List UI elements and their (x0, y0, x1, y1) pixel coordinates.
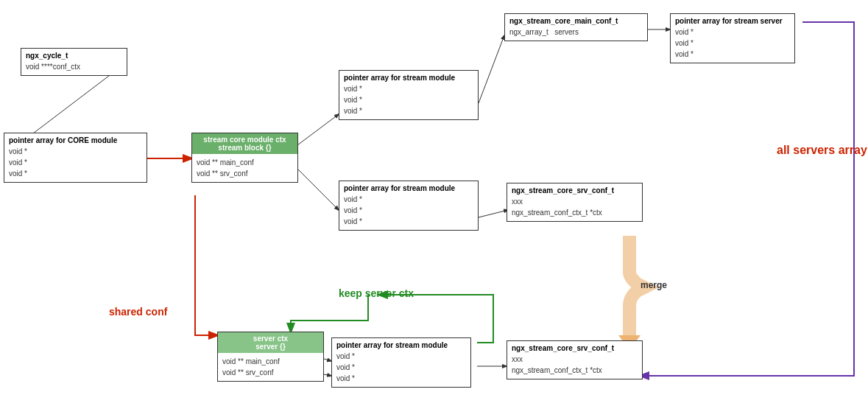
main-conf-servers: ngx_array_t servers (509, 27, 643, 38)
main-conf-t-box: ngx_stream_core_main_conf_t ngx_array_t … (504, 13, 648, 41)
svg-line-4 (479, 35, 504, 103)
ngx-cycle-t-conf-ctx: void ****conf_ctx (26, 61, 122, 72)
srv-conf-t-bot-box: ngx_stream_core_srv_conf_t xxx ngx_strea… (507, 340, 643, 379)
ngx-cycle-t-title: ngx_cycle_t (26, 52, 122, 60)
core-module-array-title: pointer array for CORE module (9, 136, 142, 144)
top-void-3: void * (344, 105, 473, 116)
core-void-3: void * (9, 168, 142, 179)
stream-module-array-bot-title: pointer array for stream module (336, 341, 466, 349)
ngx-cycle-t-box: ngx_cycle_t void ****conf_ctx (21, 48, 127, 76)
merge-label: merge (641, 280, 667, 290)
stream-core-ctx-box: stream core module ctxstream block {} vo… (191, 133, 298, 183)
core-module-array-box: pointer array for CORE module void * voi… (4, 133, 147, 183)
stream-server-array-title: pointer array for stream server (675, 17, 790, 25)
server-void-2: void * (675, 38, 790, 49)
stream-module-array-mid-box: pointer array for stream module void * v… (339, 181, 479, 231)
server-ctx-box: server ctxserver {} void ** main_conf vo… (217, 332, 324, 382)
stream-module-array-top-title: pointer array for stream module (344, 74, 473, 82)
bot-void-1: void * (336, 351, 466, 362)
srv-conf-bot-xxx: xxx (512, 354, 638, 365)
bot-void-2: void * (336, 362, 466, 373)
stream-server-array-box: pointer array for stream server void * v… (670, 13, 795, 63)
srv-conf-top-ctx: ngx_stream_conf_ctx_t *ctx (512, 207, 638, 218)
stream-module-array-mid-title: pointer array for stream module (344, 184, 473, 192)
srv-conf-top-xxx: xxx (512, 196, 638, 207)
srv-conf-t-top-title: ngx_stream_core_srv_conf_t (512, 186, 638, 195)
stream-main-conf: void ** main_conf (197, 157, 293, 168)
top-void-2: void * (344, 94, 473, 105)
srv-conf-t-bot-title: ngx_stream_core_srv_conf_t (512, 344, 638, 352)
stream-module-array-bot-box: pointer array for stream module void * v… (331, 337, 471, 388)
svg-line-6 (479, 210, 508, 217)
all-servers-array-label: all servers array (777, 144, 867, 157)
top-void-1: void * (344, 83, 473, 94)
main-conf-t-title: ngx_stream_core_main_conf_t (509, 17, 643, 25)
srv-conf-t-top-box: ngx_stream_core_srv_conf_t xxx ngx_strea… (507, 183, 643, 222)
server-void-3: void * (675, 49, 790, 60)
mid-void-1: void * (344, 194, 473, 205)
stream-srv-conf: void ** srv_conf (197, 168, 293, 179)
stream-core-ctx-header: stream core module ctxstream block {} (192, 133, 297, 154)
shared-conf-label: shared conf (109, 306, 167, 318)
mid-void-2: void * (344, 205, 473, 216)
server-srv-conf: void ** srv_conf (222, 367, 319, 378)
diagram: ngx_cycle_t void ****conf_ctx pointer ar… (0, 0, 868, 420)
bot-void-3: void * (336, 373, 466, 384)
svg-line-2 (294, 114, 339, 147)
srv-conf-bot-ctx: ngx_stream_conf_ctx_t *ctx (512, 365, 638, 376)
stream-module-array-top-box: pointer array for stream module void * v… (339, 70, 479, 120)
core-void-1: void * (9, 146, 142, 157)
server-ctx-header: server ctxserver {} (218, 332, 323, 353)
server-void-1: void * (675, 27, 790, 38)
keep-server-ctx-label: keep server ctx (339, 287, 414, 299)
core-void-2: void * (9, 157, 142, 168)
server-main-conf: void ** main_conf (222, 356, 319, 367)
mid-void-3: void * (344, 216, 473, 227)
svg-line-3 (294, 166, 339, 210)
